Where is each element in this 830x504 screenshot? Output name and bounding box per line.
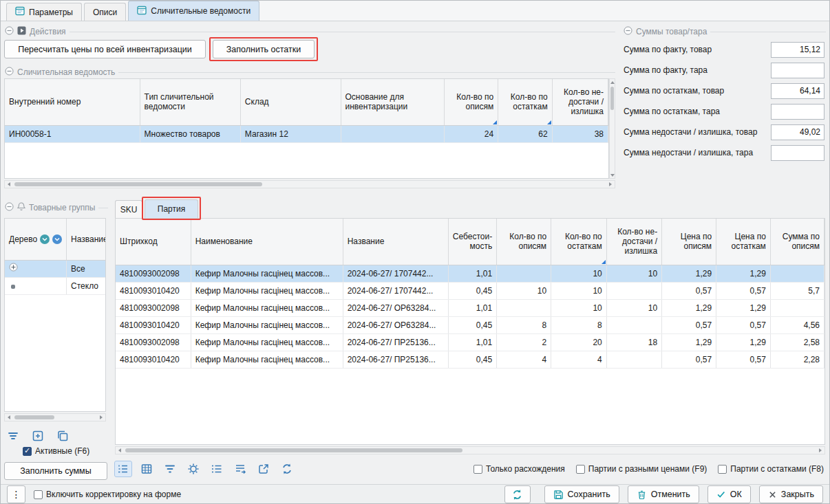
batch-cell[interactable]: Кефир Малочны гасцінец массов... xyxy=(191,351,343,368)
batch-cell[interactable]: 8 xyxy=(551,316,607,333)
grid-view-icon[interactable] xyxy=(138,461,155,476)
scrollbar-thumb[interactable] xyxy=(125,448,462,452)
batch-row[interactable]: 4810093010420Кефир Малочны гасцінец масс… xyxy=(116,282,824,299)
batch-cell[interactable]: 1,01 xyxy=(448,299,496,316)
comparison-column-header[interactable]: Внутренний номер xyxy=(5,79,140,125)
tab-sku[interactable]: SKU xyxy=(115,200,142,218)
scroll-right-arrow[interactable] xyxy=(606,181,615,188)
batch-cell[interactable]: 0,57 xyxy=(716,282,771,299)
comparison-horizontal-scrollbar[interactable] xyxy=(4,180,615,188)
batch-cell[interactable]: 1,29 xyxy=(716,333,771,351)
batch-cell[interactable]: 10 xyxy=(551,282,607,299)
save-button[interactable]: Сохранить xyxy=(544,485,619,503)
batch-cell[interactable]: 0,57 xyxy=(662,316,716,333)
batch-cell[interactable] xyxy=(606,316,661,333)
close-button[interactable]: Закрыть xyxy=(759,485,823,503)
batch-cell[interactable]: 2024-06-27/ ПР25136... xyxy=(343,333,448,351)
batch-cell[interactable]: 0,57 xyxy=(716,316,771,333)
scrollbar-thumb[interactable] xyxy=(14,182,262,186)
batch-cell[interactable]: 2024-06-27/ 1707442... xyxy=(343,282,448,299)
checkbox-unchecked-icon[interactable] xyxy=(576,465,585,474)
batch-row[interactable]: 4810093002098Кефир Малочны гасцінец масс… xyxy=(116,333,824,351)
collapse-icon[interactable] xyxy=(5,202,14,213)
scroll-down-arrow[interactable] xyxy=(610,172,615,178)
batch-cell[interactable]: 4810093002098 xyxy=(116,265,191,282)
tab-comparison-sheets[interactable]: Сличительные ведомости xyxy=(128,1,259,21)
list-icon[interactable] xyxy=(209,461,225,476)
batch-row[interactable]: 4810093010420Кефир Малочны гасцінец масс… xyxy=(116,351,824,368)
scroll-left-arrow[interactable] xyxy=(116,447,124,454)
batch-column-header[interactable]: Название xyxy=(343,219,448,265)
batch-cell[interactable]: 1,29 xyxy=(662,333,716,351)
tree-horizontal-scrollbar[interactable] xyxy=(4,413,106,421)
filter-icon[interactable] xyxy=(162,461,178,476)
collapse-icon[interactable] xyxy=(624,26,632,37)
comparison-column-header[interactable]: Кол-во по остаткам xyxy=(498,79,552,125)
sum-value-input[interactable] xyxy=(771,63,824,78)
comparison-cell[interactable]: Множество товаров xyxy=(140,125,240,142)
comparison-cell[interactable] xyxy=(341,125,444,142)
batch-cell[interactable]: 8 xyxy=(497,316,551,333)
group-tree-cell[interactable] xyxy=(5,260,67,277)
batch-cell[interactable]: 2024-06-27/ ПР25136... xyxy=(343,351,448,368)
batch-cell[interactable]: 4810093010420 xyxy=(116,316,191,333)
batch-cell[interactable]: 2024-06-27/ 1707442... xyxy=(343,265,448,282)
checkbox-unchecked-icon[interactable] xyxy=(718,465,727,474)
batch-cell[interactable]: 4810093010420 xyxy=(116,282,191,299)
comparison-column-header[interactable]: Склад xyxy=(240,79,341,125)
batch-cell[interactable]: 2,28 xyxy=(770,351,824,368)
batch-cell[interactable]: Кефир Малочны гасцінец массов... xyxy=(191,265,343,282)
batch-cell[interactable]: 10 xyxy=(497,282,551,299)
batch-column-header[interactable]: Цена по описям xyxy=(662,219,716,265)
filter-checkbox[interactable]: Партии с разными ценами (F9) xyxy=(576,464,707,474)
checkbox-unchecked-icon[interactable] xyxy=(473,465,482,474)
batch-cell[interactable]: 4810093002098 xyxy=(116,333,191,351)
scrollbar-thumb[interactable] xyxy=(610,87,614,110)
recalculate-prices-button[interactable]: Пересчитать цены по всей инвентаризации xyxy=(4,40,206,58)
batch-cell[interactable]: 2024-06-27/ ОР63284... xyxy=(343,299,448,316)
batch-cell[interactable]: Кефир Малочны гасцінец массов... xyxy=(191,316,343,333)
sum-value-input[interactable] xyxy=(771,104,824,120)
scroll-right-arrow[interactable] xyxy=(816,447,824,454)
batch-cell[interactable] xyxy=(770,299,824,316)
tab-inventories[interactable]: Описи xyxy=(84,3,126,21)
batch-cell[interactable]: 1,01 xyxy=(448,333,496,351)
batch-cell[interactable]: 10 xyxy=(606,265,661,282)
scroll-right-arrow[interactable] xyxy=(97,414,105,421)
scroll-left-arrow[interactable] xyxy=(5,414,13,421)
batch-cell[interactable]: 4810093002098 xyxy=(116,299,191,316)
export-icon[interactable] xyxy=(255,461,272,476)
batch-cell[interactable]: Кефир Малочны гасцінец массов... xyxy=(191,282,343,299)
fill-balances-button[interactable]: Заполнить остатки xyxy=(213,40,315,58)
batch-cell[interactable]: 4810093010420 xyxy=(116,351,191,368)
ok-button[interactable]: ОК xyxy=(707,485,751,503)
comparison-cell[interactable]: ИН00058-1 xyxy=(5,125,140,142)
batch-cell[interactable]: 2 xyxy=(497,333,551,351)
batch-cell[interactable]: 5,7 xyxy=(770,282,824,299)
collapse-icon[interactable] xyxy=(5,67,14,78)
batch-cell[interactable] xyxy=(606,282,661,299)
batch-column-header[interactable]: Цена по остаткам xyxy=(716,219,771,265)
comparison-cell[interactable]: 38 xyxy=(552,125,608,142)
batch-cell[interactable]: 2,58 xyxy=(770,333,824,351)
comparison-cell[interactable]: 62 xyxy=(498,125,552,142)
comparison-column-header[interactable]: Основание для инвентаризации xyxy=(341,79,444,125)
comparison-column-header[interactable]: Кол-во не-достачи / излишка xyxy=(552,79,608,125)
group-name-cell[interactable]: Все xyxy=(67,260,106,277)
batch-cell[interactable] xyxy=(497,265,551,282)
sum-value-input[interactable] xyxy=(771,83,824,99)
comparison-cell[interactable]: Магазин 12 xyxy=(240,125,341,142)
comparison-vertical-scrollbar[interactable] xyxy=(609,78,615,179)
batch-cell[interactable]: 4,56 xyxy=(770,316,824,333)
tab-batch[interactable]: Партия xyxy=(145,199,198,218)
scroll-up-arrow[interactable] xyxy=(610,79,615,85)
batch-cell[interactable]: Кефир Малочны гасцінец массов... xyxy=(191,333,343,351)
checkbox-unchecked-icon[interactable] xyxy=(34,490,43,499)
comparison-cell[interactable]: 24 xyxy=(444,125,498,142)
batch-row[interactable]: 4810093002098Кефир Малочны гасцінец масс… xyxy=(116,299,824,316)
adjustment-checkbox[interactable]: Включить корректировку на форме xyxy=(34,490,181,499)
checkbox-checked-icon[interactable] xyxy=(23,447,32,456)
name-column-header[interactable]: Название xyxy=(67,219,106,260)
batch-column-header[interactable]: Кол-во по описям xyxy=(497,219,551,265)
refresh-cycle-icon[interactable] xyxy=(279,461,295,476)
